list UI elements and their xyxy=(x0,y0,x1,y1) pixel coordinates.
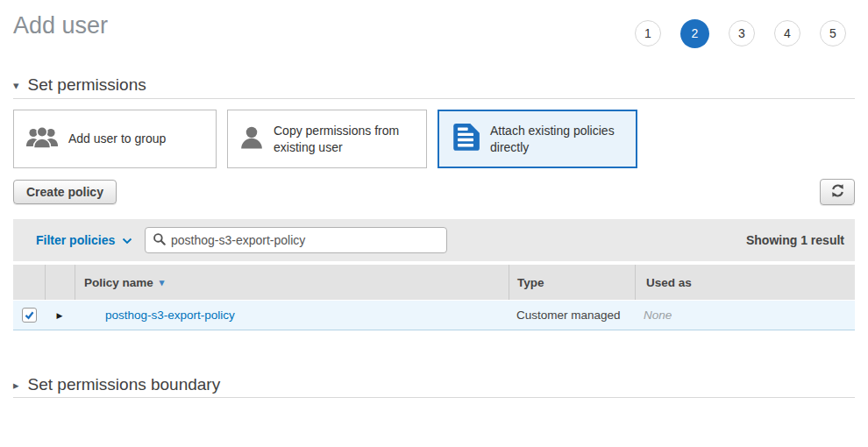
row-checkbox-cell xyxy=(13,301,45,330)
results-count: Showing 1 result xyxy=(746,219,844,261)
divider xyxy=(13,98,855,99)
section-set-permissions-toggle[interactable]: ▾ Set permissions xyxy=(13,75,146,95)
row-type-cell: Customer managed xyxy=(509,301,635,330)
policy-name-header-label: Policy name xyxy=(84,276,153,289)
sort-desc-icon: ▾ xyxy=(160,278,165,287)
table-row: ▶ posthog-s3-export-policy Customer mana… xyxy=(13,301,855,330)
type-header-label: Type xyxy=(517,276,544,289)
section-collapsed-icon: ▸ xyxy=(13,380,19,391)
step-4-label: 4 xyxy=(784,26,791,40)
filter-bar: Filter policies Showing 1 result xyxy=(13,219,855,261)
step-1: 1 xyxy=(635,20,661,46)
header-checkbox-cell xyxy=(13,265,45,300)
section-set-permissions-boundary-toggle[interactable]: ▸ Set permissions boundary xyxy=(13,375,220,394)
column-header-policy-name[interactable]: Policy name ▾ xyxy=(75,265,509,300)
column-header-type: Type xyxy=(509,265,635,300)
step-5: 5 xyxy=(820,20,846,46)
user-icon xyxy=(238,124,265,154)
option-attach-existing-policies[interactable]: Attach existing policies directly xyxy=(438,110,637,168)
section-title: Set permissions boundary xyxy=(28,375,221,394)
policy-search-box xyxy=(145,227,447,253)
add-user-wizard-page: Add user 1 2 3 4 5 ▾ Set permissions xyxy=(0,0,868,447)
step-2-active: 2 xyxy=(680,19,709,48)
policy-name-link[interactable]: posthog-s3-export-policy xyxy=(105,309,235,322)
option-copy-permissions[interactable]: Copy permissions from existing user xyxy=(227,110,427,168)
step-2-label: 2 xyxy=(692,26,699,40)
section-title: Set permissions xyxy=(28,75,146,95)
create-policy-button[interactable]: Create policy xyxy=(13,180,117,204)
step-3-label: 3 xyxy=(738,26,745,40)
search-icon xyxy=(153,232,166,249)
permission-option-cards: Add user to group Copy permissions from … xyxy=(13,110,637,168)
divider xyxy=(13,397,855,398)
filter-policies-label: Filter policies xyxy=(36,233,115,247)
used-as-header-label: Used as xyxy=(646,276,692,289)
row-expand-cell: ▶ xyxy=(45,301,75,330)
document-icon xyxy=(450,122,481,157)
chevron-down-icon xyxy=(122,232,132,248)
page-title: Add user xyxy=(13,12,108,39)
option-label: Attach existing policies directly xyxy=(490,123,627,154)
group-icon xyxy=(25,124,60,153)
header-expand-cell xyxy=(45,265,75,300)
step-5-label: 5 xyxy=(829,26,836,40)
policies-table-header: Policy name ▾ Type Used as xyxy=(13,265,855,300)
option-add-user-to-group[interactable]: Add user to group xyxy=(13,110,217,168)
row-checkbox-checked[interactable] xyxy=(22,308,37,323)
step-3: 3 xyxy=(729,20,755,46)
option-label: Add user to group xyxy=(68,131,166,146)
policy-search-input[interactable] xyxy=(171,233,439,247)
column-header-used-as: Used as xyxy=(635,265,855,300)
row-used-as-cell: None xyxy=(635,301,855,330)
step-4: 4 xyxy=(774,20,800,46)
expand-row-icon[interactable]: ▶ xyxy=(57,311,63,320)
filter-policies-menu[interactable]: Filter policies xyxy=(36,232,132,248)
step-1-label: 1 xyxy=(644,26,651,40)
refresh-icon xyxy=(830,183,845,201)
step-indicator: 1 2 3 4 5 xyxy=(635,18,846,49)
refresh-button[interactable] xyxy=(820,179,855,205)
row-policy-name-cell: posthog-s3-export-policy xyxy=(75,301,509,330)
option-label: Copy permissions from existing user xyxy=(274,123,409,154)
section-expanded-icon: ▾ xyxy=(13,80,19,91)
